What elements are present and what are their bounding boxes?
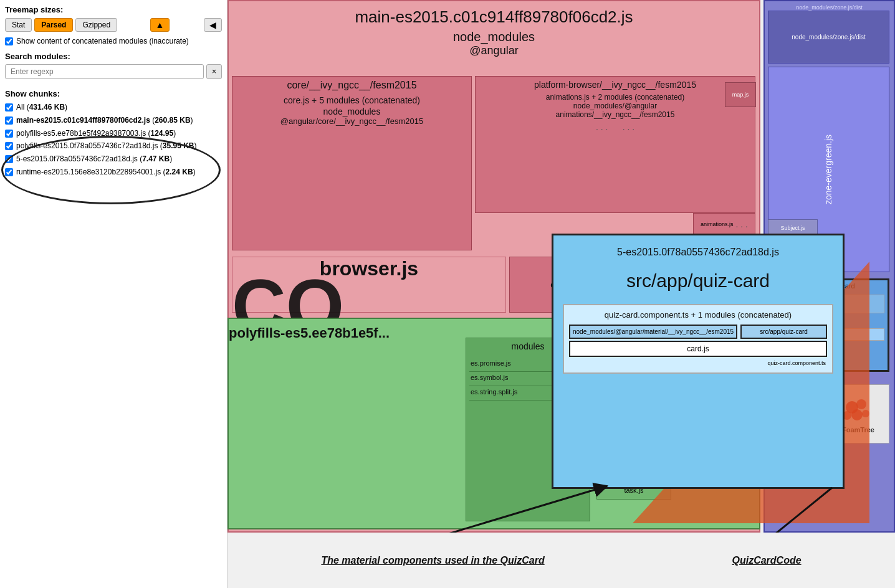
- gzipped-button[interactable]: Gzipped: [75, 18, 117, 32]
- subject-js-label: Subject.js: [780, 225, 805, 231]
- search-row: ×: [5, 64, 222, 79]
- foamtree-icon: [840, 395, 877, 426]
- dots-icon2: . . .: [623, 122, 634, 132]
- core-node-modules: node_modules: [232, 107, 471, 116]
- search-input[interactable]: [5, 64, 204, 79]
- parsed-button[interactable]: Parsed: [34, 18, 73, 32]
- svg-point-2: [851, 409, 863, 420]
- clear-search-button[interactable]: ×: [206, 64, 222, 79]
- angular-label: @angular: [229, 44, 759, 57]
- show-content-label: Show content of concatenated modules (in…: [16, 37, 189, 45]
- dots-icon: . . .: [596, 122, 608, 132]
- map-js-block[interactable]: map.js: [725, 82, 756, 107]
- chunk-runtime-label: runtime-es2015.156e8e3120b228954001.js (…: [16, 167, 196, 178]
- chunk-5es: 5-es2015.0f78a0557436c72ad18d.js (7.47 K…: [5, 154, 222, 164]
- platform-title: platform-browser/__ivy_ngcc__/fesm2015: [476, 77, 755, 93]
- chunk-5es-label: 5-es2015.0f78a0557436c72ad18d.js (7.47 K…: [16, 154, 172, 164]
- popup-concat-title: quiz-card.component.ts + 1 modules (conc…: [569, 310, 827, 320]
- animations-small-block: animations.js . . .: [693, 213, 755, 235]
- chunk-runtime-checkbox[interactable]: [5, 168, 13, 176]
- popup-subtitle: src/app/quiz-card: [553, 264, 843, 298]
- chunk-runtime: runtime-es2015.156e8e3120b228954001.js (…: [5, 167, 222, 178]
- treemap-sizes-label: Treemap sizes:: [5, 5, 222, 14]
- chunk-all-name: All: [16, 103, 24, 111]
- treemap-size-buttons: Stat Parsed Gzipped ▲ ◀: [5, 18, 222, 32]
- left-arrow-button[interactable]: ◀: [204, 18, 222, 32]
- stat-button[interactable]: Stat: [5, 18, 32, 32]
- es-string-split-label: es.string.split.js: [471, 388, 517, 398]
- node-modules-label: node_modules: [229, 30, 759, 44]
- chunk-all: All (431.46 KB): [5, 102, 222, 113]
- show-content-checkbox[interactable]: [5, 37, 13, 45]
- zone-evergreen-label: zone-evergreen.js: [824, 135, 834, 204]
- popup-card-js[interactable]: card.js: [569, 341, 827, 357]
- chunk-polyfills-es2015-checkbox[interactable]: [5, 142, 13, 150]
- core-block[interactable]: core/__ivy_ngcc__/fesm2015 core.js + 5 m…: [232, 76, 472, 250]
- animations-fesm: animations/__ivy_ngcc__/fesm2015: [476, 110, 755, 119]
- es-promise-label: es.promise.js: [471, 359, 511, 369]
- treemap-area: main-es2015.c01c914ff89780f06cd2.js node…: [227, 0, 895, 533]
- chunk-all-label: All (431.46 KB): [16, 102, 67, 113]
- annotation-area: The material components used in the Quiz…: [227, 533, 895, 588]
- popup-cell2[interactable]: src/app/quiz-card: [740, 325, 827, 339]
- node-modules-angular: node_modules/@angular: [476, 102, 755, 110]
- es-symbol-label: es.symbol.js: [471, 374, 509, 384]
- chunks-list: All (431.46 KB) main-es2015.c01c914ff897…: [5, 102, 222, 178]
- annotation-left: The material components used in the Quiz…: [321, 555, 544, 566]
- annotation-right: QuizCardCode: [732, 555, 801, 566]
- core-fesm-title: core/__ivy_ngcc__/fesm2015: [232, 77, 471, 94]
- core-js-label: core.js + 5 modules (concatenated): [232, 94, 471, 107]
- sidebar: Treemap sizes: Stat Parsed Gzipped ▲ ◀ S…: [0, 0, 227, 588]
- main-bundle-title: main-es2015.c01c914ff89780f06cd2.js: [229, 1, 759, 27]
- animations-small-label: animations.js: [701, 221, 734, 227]
- chunk-main: main-es2015.c01c914ff89780f06cd2.js (260…: [5, 115, 222, 126]
- popup-cell3-label: quiz-card.component.ts: [569, 359, 827, 368]
- chunk-polyfills-es5: polyfills-es5.ee78b1e5f492a9387003.js (1…: [5, 128, 222, 139]
- chunk-all-checkbox[interactable]: [5, 103, 13, 111]
- chunk-polyfills-es2015-label: polyfills-es2015.0f78a0557436c72ad18d.js…: [16, 141, 197, 151]
- chunk-polyfills-es5-label: polyfills-es5.ee78b1e5f492a9387003.js (1…: [16, 128, 176, 139]
- popup-overlay[interactable]: 5-es2015.0f78a0557436c72ad18d.js src/app…: [552, 234, 845, 489]
- animations-concat: animations.js + 2 modules (concatenated): [476, 93, 755, 102]
- popup-concat-block: quiz-card.component.ts + 1 modules (conc…: [563, 304, 833, 374]
- svg-point-1: [856, 399, 866, 409]
- chunk-polyfills-es5-checkbox[interactable]: [5, 130, 13, 138]
- chunk-all-size: 431.46 KB: [29, 103, 65, 111]
- chunk-5es-checkbox[interactable]: [5, 155, 13, 163]
- node-zone-dist-block[interactable]: node_modules/zone.js/dist: [768, 11, 889, 64]
- popup-concat-row: node_modules/@angular/material/__ivy_ngc…: [569, 325, 827, 339]
- show-chunks-label: Show chunks:: [5, 89, 222, 98]
- chunk-polyfills-es2015: polyfills-es2015.0f78a0557436c72ad18d.js…: [5, 141, 222, 151]
- chunk-main-label: main-es2015.c01c914ff89780f06cd2.js (260…: [16, 115, 193, 126]
- core-angular-core: @angular/core/__ivy_ngcc__/fesm2015: [232, 116, 471, 126]
- popup-title: 5-es2015.0f78a0557436c72ad18d.js: [553, 235, 843, 264]
- node-zone-text: node_modules/zone.js/dist: [792, 34, 865, 40]
- anim-dots: . . .: [736, 219, 748, 229]
- platform-block[interactable]: platform-browser/__ivy_ngcc__/fesm2015 a…: [475, 76, 755, 213]
- foamtree-label: FoamTree: [842, 426, 874, 434]
- svg-point-4: [862, 410, 869, 417]
- popup-cell1[interactable]: node_modules/@angular/material/__ivy_ngc…: [569, 325, 737, 339]
- chunk-main-checkbox[interactable]: [5, 116, 13, 125]
- popup-cell3: quiz-card.component.ts: [767, 360, 826, 366]
- search-modules-label: Search modules:: [5, 52, 222, 61]
- up-arrow-button[interactable]: ▲: [150, 18, 170, 32]
- platform-dots: . . . . . .: [476, 122, 755, 132]
- show-content-row: Show content of concatenated modules (in…: [5, 37, 222, 45]
